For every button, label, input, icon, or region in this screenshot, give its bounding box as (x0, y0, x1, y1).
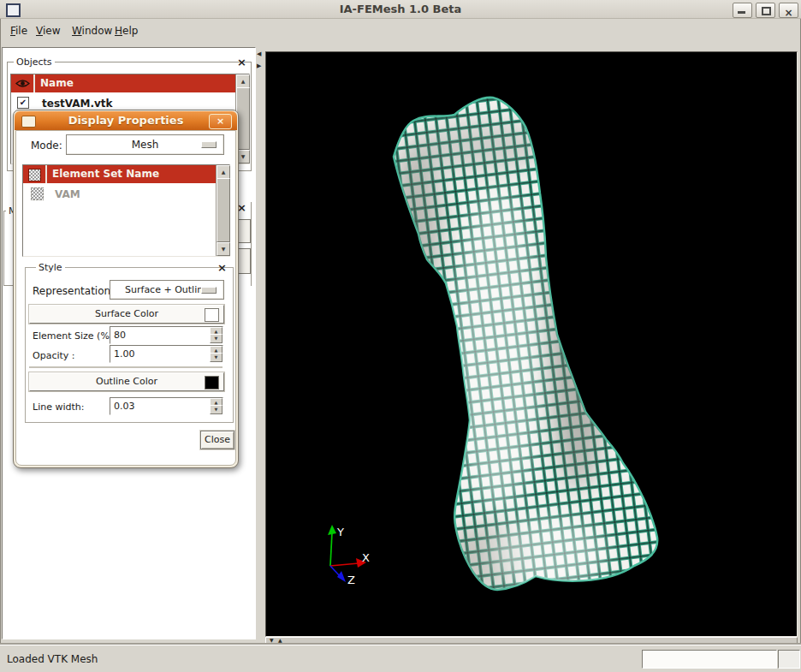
surface-color-swatch (205, 308, 219, 322)
y-axis-arrow (328, 525, 336, 535)
splitter-collapse-down-icon[interactable]: ▼ (270, 638, 274, 643)
visibility-column-header[interactable] (11, 74, 35, 92)
scrollbar-thumb[interactable] (217, 178, 230, 242)
close-button[interactable]: × (779, 3, 798, 18)
outline-color-swatch (205, 376, 219, 390)
representation-combobox[interactable]: Surface + Outline (110, 280, 224, 300)
name-column-header[interactable]: Name (40, 74, 74, 92)
representation-label: Representation: (33, 285, 114, 297)
statusbar: Loaded VTK Mesh (0, 645, 801, 672)
visibility-checkbox[interactable]: ✔ (17, 97, 29, 109)
z-axis-arrow (337, 571, 346, 582)
check-icon: ✔ (20, 98, 27, 107)
element-set-header: Element Set Name (23, 165, 217, 183)
scroll-up-icon[interactable]: ▲ (217, 165, 230, 179)
minimize-button[interactable] (733, 3, 752, 18)
element-set-header-text[interactable]: Element Set Name (52, 165, 159, 183)
mode-label: Mode: (31, 140, 62, 152)
style-separator (29, 366, 222, 368)
outline-color-label: Outline Color (96, 376, 157, 387)
dialog-titlebar[interactable]: Display Properties × (15, 111, 237, 130)
x-axis-line (330, 563, 359, 566)
element-set-checkbox[interactable] (31, 187, 44, 200)
objects-close-icon[interactable]: × (237, 57, 246, 67)
minimize-icon (738, 11, 745, 14)
element-size-input[interactable] (110, 327, 210, 343)
splitter-collapse-left-icon[interactable]: ◀ (257, 51, 261, 57)
element-set-table: Element Set Name VAM ▲ ▼ (22, 164, 230, 257)
element-set-name[interactable]: VAM (55, 188, 80, 200)
eye-icon (15, 79, 30, 88)
splitter-collapse-up-icon[interactable]: ▲ (278, 638, 282, 643)
spin-buttons[interactable]: ▲ ▼ (210, 327, 222, 343)
surface-color-label: Surface Color (95, 308, 158, 319)
close-icon: × (784, 7, 792, 19)
render-viewport[interactable]: Y X Z (265, 51, 798, 637)
spin-buttons[interactable]: ▲ ▼ (210, 398, 222, 414)
style-close-icon[interactable]: × (217, 263, 227, 272)
splitter-collapse-right-icon[interactable]: ▶ (257, 62, 261, 69)
element-size-spinbox[interactable]: ▲ ▼ (110, 326, 223, 344)
combo-indicator-icon (201, 141, 217, 148)
vertical-splitter[interactable]: ◀ ▶ (256, 47, 264, 638)
spin-buttons[interactable]: ▲ ▼ (210, 346, 222, 362)
mode-combobox[interactable]: Mesh (66, 134, 224, 155)
surface-color-button[interactable]: Surface Color (29, 305, 224, 324)
dialog-close-pushbutton[interactable]: Close (200, 431, 234, 449)
menu-view[interactable]: View (34, 24, 62, 38)
style-group-title: Style (36, 262, 65, 273)
mode-value: Mesh (132, 139, 159, 151)
opacity-input[interactable] (110, 346, 210, 362)
z-axis-label: Z (347, 574, 355, 586)
app-window: { "window": { "title": "IA-FEMesh 1.0 Be… (0, 0, 801, 672)
titlebar[interactable]: IA-FEMesh 1.0 Beta × (0, 0, 801, 19)
dialog-close-button[interactable]: × (209, 114, 232, 129)
scroll-down-icon[interactable]: ▼ (217, 242, 230, 256)
outline-color-button[interactable]: Outline Color (29, 372, 224, 391)
spin-down-icon[interactable]: ▼ (210, 334, 222, 343)
line-width-input[interactable] (110, 398, 210, 414)
line-width-spinbox[interactable]: ▲ ▼ (110, 397, 223, 415)
menubar: File View Window Help (0, 19, 801, 41)
y-axis-line (330, 532, 332, 566)
maximize-icon (762, 7, 771, 15)
menu-window[interactable]: Window (70, 24, 114, 38)
objects-group-title: Objects (14, 56, 55, 68)
line-width-label: Line width: (33, 401, 84, 413)
element-size-label: Element Size (%): (33, 330, 116, 342)
object-name[interactable]: testVAM.vtk (42, 98, 113, 110)
representation-value: Surface + Outline (125, 284, 209, 295)
element-set-row[interactable]: VAM (23, 183, 217, 204)
dialog-title: Display Properties (15, 114, 237, 127)
element-set-scrollbar[interactable]: ▲ ▼ (216, 165, 229, 256)
scroll-up-icon[interactable]: ▲ (236, 74, 250, 88)
opacity-spinbox[interactable]: ▲ ▼ (110, 345, 223, 363)
spin-down-icon[interactable]: ▼ (210, 405, 222, 414)
axis-triad: Y X Z (317, 519, 377, 592)
maximize-button[interactable] (756, 3, 775, 18)
element-set-visibility-header[interactable] (23, 165, 47, 183)
menu-help[interactable]: Help (113, 24, 139, 38)
dialog-close-icon: × (217, 116, 224, 127)
spin-down-icon[interactable]: ▼ (210, 353, 222, 362)
display-properties-dialog: Display Properties × Mode: Mesh Element … (13, 110, 239, 468)
status-message: Loaded VTK Mesh (7, 653, 98, 665)
window-title: IA-FEMesh 1.0 Beta (0, 3, 801, 15)
menu-file[interactable]: File (9, 24, 29, 38)
combo-indicator-icon (201, 287, 217, 294)
opacity-label: Opacity : (33, 350, 75, 361)
status-pane-progress (642, 650, 777, 669)
x-axis-label: X (362, 551, 370, 564)
hidden-groupbox-edge (251, 202, 252, 286)
objects-table-header: Name (11, 74, 236, 92)
status-pane-grip (778, 650, 800, 669)
y-axis-label: Y (336, 526, 344, 538)
checker-icon (28, 169, 41, 181)
